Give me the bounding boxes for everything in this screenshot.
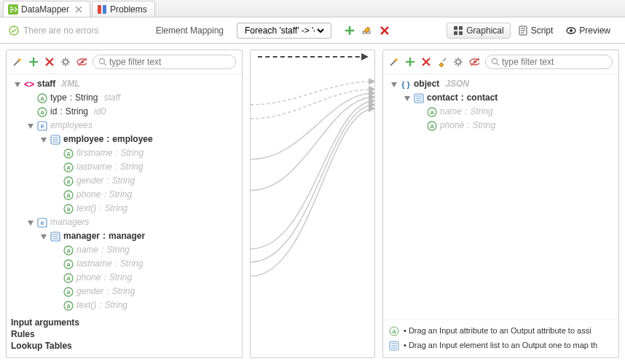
attr-icon: a bbox=[427, 121, 437, 131]
add-icon[interactable] bbox=[405, 57, 415, 67]
script-icon bbox=[518, 25, 528, 36]
node-type: employee bbox=[112, 133, 152, 146]
chevron-down-icon[interactable] bbox=[404, 95, 411, 102]
add-icon[interactable] bbox=[28, 57, 39, 67]
list-icon bbox=[50, 232, 60, 242]
tab-datamapper[interactable]: DataMapper bbox=[3, 1, 90, 17]
tree-node[interactable]: atext() : String bbox=[9, 298, 239, 312]
svg-point-50 bbox=[492, 59, 498, 64]
node-label: manager bbox=[63, 230, 100, 242]
tree-section-heading[interactable]: Input arguments bbox=[11, 317, 237, 328]
node-type: contact bbox=[467, 92, 498, 104]
svg-text:<>: <> bbox=[24, 79, 34, 90]
edit-mapping-icon[interactable] bbox=[362, 25, 372, 36]
attr-icon: a bbox=[63, 245, 74, 256]
view-script-button[interactable]: Script bbox=[512, 23, 559, 39]
input-tree-footer: Input argumentsRulesLookup Tables bbox=[7, 314, 242, 357]
tree-node[interactable]: atype : String staff bbox=[9, 91, 239, 105]
tree-node[interactable]: alastname : String bbox=[9, 160, 239, 174]
attr-icon: a bbox=[63, 273, 74, 283]
gear-icon[interactable] bbox=[60, 57, 71, 67]
tree-node[interactable]: aphone : String bbox=[9, 188, 239, 202]
hide-icon[interactable] bbox=[469, 57, 479, 67]
chevron-down-icon[interactable] bbox=[40, 136, 47, 143]
foreach-dropdown[interactable]: Foreach 'staff' -> '{ bbox=[237, 23, 331, 39]
node-label: employees bbox=[50, 119, 93, 132]
tree-root[interactable]: { }object JSON bbox=[386, 77, 616, 91]
tree-node[interactable]: alastname : String bbox=[9, 257, 239, 271]
tree-node[interactable]: emanagers bbox=[9, 215, 239, 229]
element-mapping-label: Element Mapping bbox=[156, 25, 224, 36]
tree-node[interactable]: aid : String id0 bbox=[9, 105, 239, 119]
tree-node[interactable]: aphone : String bbox=[9, 271, 239, 285]
tree-node[interactable]: afirstname : String bbox=[9, 146, 239, 160]
node-type: String bbox=[473, 119, 495, 132]
foreach-select[interactable]: Foreach 'staff' -> '{ bbox=[242, 25, 326, 36]
chevron-down-icon[interactable] bbox=[14, 81, 21, 88]
tree-node[interactable]: employee : employee bbox=[9, 132, 239, 146]
mapping-flow-arrow bbox=[258, 56, 367, 58]
tree-section-heading[interactable]: Rules bbox=[11, 328, 237, 340]
attr-icon: a bbox=[63, 259, 74, 269]
node-label: phone bbox=[440, 119, 464, 132]
tree-node[interactable]: aname : String bbox=[9, 243, 239, 257]
attr-icon: a bbox=[63, 176, 74, 186]
delete-icon[interactable] bbox=[44, 57, 55, 67]
svg-rect-7 bbox=[454, 31, 457, 35]
chevron-down-icon[interactable] bbox=[390, 81, 398, 88]
input-filter-search[interactable] bbox=[93, 55, 236, 69]
close-icon[interactable] bbox=[75, 6, 82, 13]
output-tree[interactable]: { }object JSONcontact : contactaname : S… bbox=[383, 74, 618, 319]
mapping-canvas[interactable] bbox=[251, 50, 374, 362]
chevron-down-icon[interactable] bbox=[27, 219, 34, 226]
brush-icon[interactable] bbox=[437, 57, 447, 67]
tree-root[interactable]: <>staff XML bbox=[9, 77, 239, 91]
svg-point-15 bbox=[100, 59, 105, 64]
input-tree[interactable]: <>staff XMLatype : String staffaid : Str… bbox=[7, 74, 242, 314]
tab-label: DataMapper bbox=[21, 4, 69, 15]
tree-section-heading[interactable]: Lookup Tables bbox=[11, 340, 237, 352]
add-mapping-icon[interactable] bbox=[345, 25, 355, 36]
tab-label: Problems bbox=[110, 4, 147, 15]
tree-node[interactable]: agender : String bbox=[9, 174, 239, 188]
view-graphical-button[interactable]: Graphical bbox=[447, 23, 510, 39]
tree-node[interactable]: aname : String bbox=[386, 105, 616, 119]
tab-problems[interactable]: Problems bbox=[92, 1, 155, 17]
chevron-down-icon[interactable] bbox=[27, 122, 34, 130]
node-type: String bbox=[470, 106, 492, 118]
hint-row: a • Drag an Input attribute to an Output… bbox=[389, 324, 613, 339]
status-no-errors: There are no errors bbox=[9, 25, 98, 36]
attr-icon: a bbox=[63, 190, 74, 200]
delete-mapping-icon[interactable] bbox=[380, 25, 390, 36]
graphical-icon bbox=[453, 25, 463, 36]
input-filter-field[interactable] bbox=[109, 57, 229, 67]
wand-icon[interactable] bbox=[389, 57, 399, 67]
chevron-down-icon[interactable] bbox=[40, 233, 47, 240]
gear-icon[interactable] bbox=[453, 57, 463, 67]
node-label: phone bbox=[76, 272, 101, 284]
view-preview-button[interactable]: Preview bbox=[560, 23, 616, 39]
search-icon bbox=[98, 57, 108, 67]
svg-rect-8 bbox=[459, 31, 463, 35]
tree-node[interactable]: contact : contact bbox=[386, 91, 616, 105]
node-type: String bbox=[75, 92, 98, 104]
attr-icon: a bbox=[63, 287, 74, 297]
tree-node[interactable]: aphone : String bbox=[386, 119, 616, 132]
hint-row: • Drag an Input element list to an Outpu… bbox=[389, 339, 613, 353]
output-filter-search[interactable] bbox=[485, 55, 613, 69]
hide-icon[interactable] bbox=[76, 57, 87, 67]
attr-icon: a bbox=[63, 301, 74, 311]
wand-icon[interactable] bbox=[12, 57, 23, 67]
svg-rect-1 bbox=[98, 5, 101, 14]
output-filter-field[interactable] bbox=[502, 57, 606, 67]
tree-node[interactable]: atext() : String bbox=[9, 202, 239, 215]
tree-node[interactable]: manager : manager bbox=[9, 229, 239, 243]
svg-rect-6 bbox=[459, 26, 463, 30]
attr-icon: a bbox=[37, 107, 47, 117]
tree-node[interactable]: agender : String bbox=[9, 285, 239, 298]
attr-icon: a bbox=[63, 162, 74, 173]
delete-icon[interactable] bbox=[421, 57, 431, 67]
node-label: managers bbox=[50, 216, 89, 229]
tree-node[interactable]: eemployees bbox=[9, 119, 239, 132]
svg-text:e: e bbox=[40, 219, 44, 226]
